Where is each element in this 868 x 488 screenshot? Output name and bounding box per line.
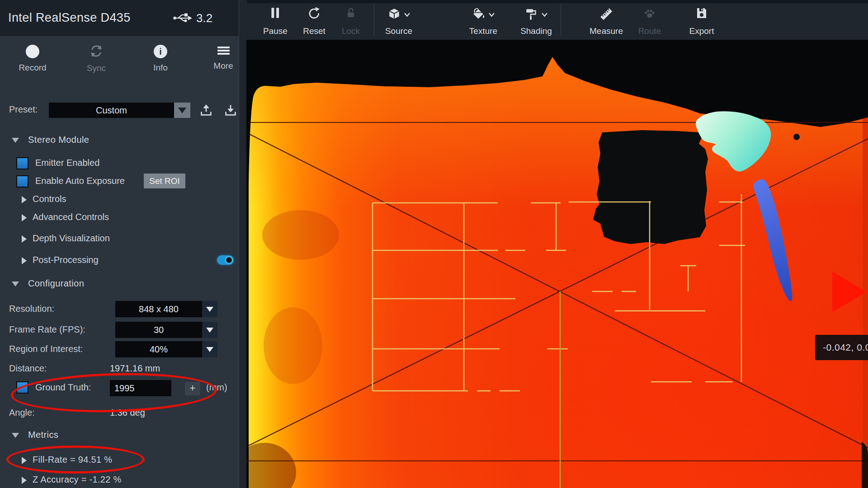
roi-select[interactable]: 40% [115, 341, 202, 357]
resolution-row: Resolution: 848 x 480 [0, 301, 239, 317]
pause-button[interactable]: Pause [254, 5, 297, 38]
resolution-dropdown-arrow[interactable] [202, 301, 217, 317]
metrics-header[interactable]: Metrics [0, 429, 235, 443]
device-header: Intel RealSense D435 3.2 [0, 0, 239, 36]
route-paw-icon [642, 6, 657, 21]
depth-pointcloud-render [246, 40, 868, 488]
distance-row: Distance: 1971.16 mm [0, 363, 239, 377]
expand-arrow-icon [22, 477, 27, 484]
chevron-down-icon [404, 11, 410, 18]
roi-dropdown-arrow[interactable] [202, 341, 217, 357]
preset-download-icon[interactable] [223, 103, 238, 117]
expand-arrow-icon [22, 196, 27, 203]
usb-status: 3.2 [173, 11, 212, 25]
chevron-down-icon [488, 11, 495, 18]
texture-button[interactable]: Texture [462, 5, 505, 38]
ground-truth-checkbox[interactable] [16, 381, 28, 394]
tree-item-depth-visualization[interactable]: Depth Visualization [0, 233, 235, 246]
hamburger-icon [217, 45, 230, 56]
preset-dropdown-arrow[interactable] [174, 103, 190, 118]
emitter-enabled-checkbox[interactable] [16, 157, 28, 169]
preset-upload-icon[interactable] [199, 103, 213, 117]
preset-row: Preset: Custom [0, 103, 239, 118]
frame-rate-row: Frame Rate (FPS): 30 [0, 322, 239, 338]
shading-button[interactable]: Shading [514, 5, 558, 38]
preset-label: Preset: [9, 104, 38, 115]
collapse-arrow-icon [12, 282, 19, 286]
pause-icon [269, 6, 282, 20]
expand-arrow-icon [22, 235, 27, 243]
emitter-enabled-row: Emitter Enabled [0, 156, 235, 172]
auto-exposure-checkbox[interactable] [16, 175, 28, 188]
collapse-arrow-icon [12, 138, 19, 143]
toolbar-separator [374, 4, 374, 36]
configuration-header[interactable]: Configuration [0, 278, 235, 291]
realsense-viewer-window: Intel RealSense D435 3.2 R [0, 0, 868, 488]
set-roi-button[interactable]: Set ROI [144, 174, 185, 188]
info-button[interactable]: i Info [138, 43, 183, 81]
depth-hole-blob [593, 130, 708, 244]
stereo-module-header[interactable]: Stereo Module [0, 134, 235, 148]
post-processing-toggle[interactable] [217, 255, 234, 265]
measure-ruler-icon [599, 6, 614, 22]
shading-roller-icon [524, 7, 539, 22]
metric-z-accuracy[interactable]: Z Accuracy = -1.22 % [0, 474, 235, 487]
export-floppy-icon [695, 6, 708, 20]
chevron-down-icon [541, 11, 548, 18]
tree-item-post-processing[interactable]: Post-Processing [0, 254, 235, 268]
ground-truth-increment-button[interactable]: + [185, 382, 200, 395]
source-button[interactable]: Source [377, 5, 420, 38]
expand-arrow-icon [22, 457, 27, 464]
export-button[interactable]: Export [680, 5, 723, 38]
sidebar-scrollbar[interactable] [239, 0, 247, 488]
expand-arrow-icon [22, 257, 27, 264]
metric-fill-rate[interactable]: Fill-Rate = 94.51 % [0, 455, 235, 467]
expand-arrow-icon [22, 214, 27, 221]
angle-row: Angle: 1.36 deg [0, 408, 239, 421]
frame-rate-dropdown-arrow[interactable] [202, 322, 217, 338]
auto-exposure-row: Enable Auto Exposure Set ROI [0, 174, 235, 190]
record-button[interactable]: Record [10, 43, 55, 81]
toggle-knob [225, 256, 233, 264]
texture-bucket-icon [472, 7, 486, 22]
roi-row: Region of Interest: 40% [0, 341, 239, 357]
reset-icon [307, 6, 321, 21]
collapse-arrow-icon [12, 433, 19, 438]
usb-version-label: 3.2 [196, 11, 212, 25]
distance-value: 1971.16 mm [110, 363, 160, 374]
frame-rate-select[interactable]: 30 [115, 322, 202, 338]
resolution-select[interactable]: 848 x 480 [115, 301, 202, 317]
ground-truth-input[interactable] [110, 380, 171, 396]
usb-icon [173, 12, 193, 24]
info-icon: i [154, 45, 167, 58]
sync-button[interactable]: Sync [74, 43, 119, 81]
device-title: Intel RealSense D435 [8, 0, 131, 35]
sync-icon [89, 43, 104, 59]
tree-item-controls[interactable]: Controls [0, 193, 235, 207]
source-cube-icon [387, 7, 401, 22]
edge-notch [862, 442, 868, 488]
lock-button[interactable]: Lock [329, 5, 373, 38]
route-button[interactable]: Route [628, 5, 671, 38]
ground-truth-unit: (mm) [206, 382, 227, 393]
crosshair-tooltip: -0.042, 0.022, 1.964 meters [815, 335, 868, 360]
tree-item-advanced-controls[interactable]: Advanced Controls [0, 211, 235, 225]
viewer-toolbar: Pause Reset Lock [247, 0, 868, 40]
toolbar-separator [561, 4, 561, 36]
ground-truth-row: Ground Truth: + (mm) [0, 379, 239, 398]
device-panel: Intel RealSense D435 3.2 R [0, 0, 239, 488]
record-icon [26, 45, 39, 58]
measure-button[interactable]: Measure [585, 5, 628, 38]
preset-select[interactable]: Custom [49, 103, 174, 118]
pointcloud-viewport[interactable]: -0.042, 0.022, 1.964 meters [246, 40, 868, 488]
lock-icon [344, 6, 358, 20]
angle-value: 1.36 deg [110, 408, 145, 418]
depth-hole-dot [793, 134, 800, 140]
